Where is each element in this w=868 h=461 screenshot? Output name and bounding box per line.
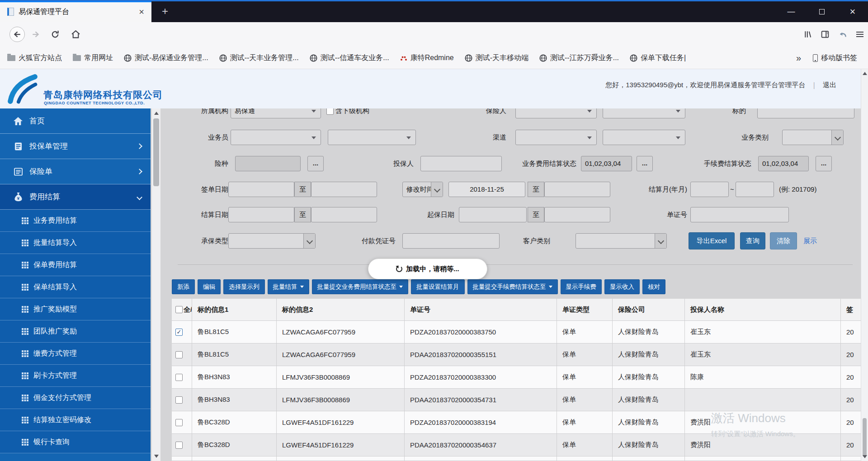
dropdown-chevron-icon[interactable] xyxy=(655,234,666,248)
sidebar-item-payment-method-mgmt[interactable]: 缴费方式管理 xyxy=(0,343,151,365)
settle-date-from-input[interactable] xyxy=(228,207,294,222)
undo-icon[interactable] xyxy=(838,30,847,38)
scroll-down-icon[interactable] xyxy=(154,455,159,458)
biz-type-select[interactable] xyxy=(782,130,844,145)
biz-fee-status-input[interactable]: 01,02,03,04 xyxy=(581,156,632,171)
bookmark-item[interactable]: 测试--江苏万舜业务... xyxy=(539,53,619,63)
modify-time-select[interactable]: 修改时间 xyxy=(402,182,443,197)
menu-icon[interactable] xyxy=(856,32,863,37)
query-button[interactable]: 查询 xyxy=(740,232,765,249)
dropdown-chevron-icon[interactable] xyxy=(831,130,843,145)
fee-status-more-button[interactable]: ... xyxy=(816,156,832,171)
salesman-select-1[interactable] xyxy=(231,130,321,145)
sidebar-item-settlement-password[interactable]: 结算独立密码修改 xyxy=(0,409,151,431)
underwrite-select[interactable] xyxy=(228,233,316,249)
scroll-down-icon[interactable] xyxy=(863,455,867,458)
checkbox-icon[interactable] xyxy=(326,108,334,115)
sidebar-item-business-fee-settlement[interactable]: 业务费用结算 xyxy=(0,210,151,232)
row-checkbox[interactable] xyxy=(175,442,183,449)
show-income-button[interactable]: 显示收入 xyxy=(604,279,640,294)
insurer-select-2[interactable] xyxy=(603,108,685,118)
applicant-input[interactable] xyxy=(420,156,502,171)
content-scrollbar[interactable] xyxy=(151,108,160,461)
row-checkbox[interactable] xyxy=(175,374,183,381)
sidebar-item-proposal-management[interactable]: 投保单管理 xyxy=(0,134,151,159)
bookmark-item[interactable]: 康特Redmine xyxy=(400,53,454,63)
org-select[interactable]: 易保通 xyxy=(231,108,321,118)
fee-status-input[interactable]: 01,02,03,04 xyxy=(758,156,809,171)
reload-icon[interactable] xyxy=(47,27,63,42)
bookmark-item[interactable]: 测试--信通车友业务... xyxy=(310,53,389,63)
expand-link[interactable]: 展示 xyxy=(803,232,817,249)
back-icon[interactable] xyxy=(9,27,25,42)
sidebar-toggle-icon[interactable] xyxy=(821,30,829,38)
bookmark-item[interactable]: 常用网址 xyxy=(73,53,113,63)
table-row[interactable]: ✓ 鲁BL81C5 LZWACAGA6FC077959 PDZA20183702… xyxy=(172,321,861,343)
close-icon[interactable]: × xyxy=(837,1,868,22)
settle-month-to-input[interactable] xyxy=(736,182,774,197)
bookmarks-overflow-chevron-icon[interactable]: » xyxy=(796,53,801,63)
sidebar-item-policy-fee-settlement[interactable]: 保单费用结算 xyxy=(0,254,151,276)
sidebar-item-policy-settlement-import[interactable]: 保单结算导入 xyxy=(0,276,151,298)
channel-select-1[interactable] xyxy=(515,130,597,145)
doc-no-input[interactable] xyxy=(690,207,789,222)
bookmark-item[interactable]: 测试--天丰业务管理... xyxy=(219,53,299,63)
sidebar-item-card-swipe-mgmt[interactable]: 刷卡方式管理 xyxy=(0,365,151,387)
page-scrollbar[interactable] xyxy=(861,69,868,461)
browser-tab[interactable]: 易保通管理平台 × xyxy=(0,1,151,22)
insurer-select-1[interactable] xyxy=(515,108,597,118)
clear-button[interactable]: 清除 xyxy=(770,232,797,249)
dropdown-chevron-icon[interactable] xyxy=(303,234,315,248)
check-button[interactable]: 核对 xyxy=(642,279,665,294)
sign-date-from-input[interactable] xyxy=(228,182,294,197)
library-icon[interactable] xyxy=(804,30,812,38)
row-checkbox[interactable] xyxy=(175,396,183,404)
bookmark-item[interactable]: 测试-天丰移动端 xyxy=(465,53,528,63)
sidebar-item-promo-reward-model[interactable]: 推广奖励模型 xyxy=(0,298,151,320)
forward-icon[interactable] xyxy=(28,27,43,42)
sidebar-item-home[interactable]: 首页 xyxy=(0,108,151,134)
sidebar-item-batch-settlement-import[interactable]: 批量结算导入 xyxy=(0,232,151,254)
table-row[interactable]: 鲁BL81C5 LZWACAGA6FC077959 PDAA2018370200… xyxy=(172,343,861,366)
sidebar-item-fee-settlement[interactable]: ¥ 费用结算 xyxy=(0,184,151,210)
show-fee-button[interactable]: 显示手续费 xyxy=(561,279,602,294)
risk-more-button[interactable]: ... xyxy=(307,156,324,171)
row-checkbox[interactable]: ✓ xyxy=(175,329,183,336)
bookmark-item[interactable]: 火狐官方站点 xyxy=(7,53,62,63)
scrollbar-thumb[interactable] xyxy=(863,418,867,457)
sidebar-item-commission-pay-mgmt[interactable]: 佣金支付方式管理 xyxy=(0,387,151,409)
sidebar-item-policy[interactable]: 保险单 xyxy=(0,159,151,184)
sidebar-item-team-promo-reward[interactable]: 团队推广奖励 xyxy=(0,320,151,343)
batch-settle-dropdown-button[interactable]: 批量结算 xyxy=(268,279,309,294)
settle-date-to-input[interactable] xyxy=(311,207,377,222)
sign-date-to-input[interactable] xyxy=(311,182,377,197)
scrollbar-thumb[interactable] xyxy=(153,118,159,186)
row-checkbox[interactable] xyxy=(175,419,183,426)
bookmark-item[interactable]: 保单下载任务| xyxy=(630,53,686,63)
batch-submit-biz-fee-status-button[interactable]: 批量提交业务费用结算状态至 xyxy=(312,279,409,294)
row-checkbox[interactable] xyxy=(175,351,183,358)
salesman-select-2[interactable] xyxy=(328,130,416,145)
sidebar-item-bank-card-query[interactable]: 银行卡查询 xyxy=(0,431,151,453)
dropdown-chevron-icon[interactable] xyxy=(431,182,443,197)
target-input[interactable] xyxy=(757,108,854,118)
modify-date-to-input[interactable] xyxy=(544,182,610,197)
mobile-bookmarks-item[interactable]: 移动版书签 xyxy=(813,53,857,63)
channel-select-2[interactable] xyxy=(603,130,685,145)
scroll-up-icon[interactable] xyxy=(863,72,867,75)
scroll-up-icon[interactable] xyxy=(154,112,159,115)
maximize-icon[interactable] xyxy=(807,1,837,22)
select-all-checkbox[interactable] xyxy=(175,306,183,313)
table-row[interactable]: 鲁BH3N83 LFMJV36F3B0008869 PDAA2018370200… xyxy=(172,389,861,411)
start-date-from-input[interactable] xyxy=(459,207,527,222)
customer-select[interactable] xyxy=(576,233,667,249)
edit-button[interactable]: 编辑 xyxy=(198,279,221,294)
batch-submit-fee-status-button[interactable]: 批量提交手续费结算状态至 xyxy=(467,279,558,294)
settle-month-from-input[interactable] xyxy=(690,182,729,197)
bookmark-item[interactable]: 测试-易保通业务管理... xyxy=(124,53,208,63)
new-tab-button[interactable]: + xyxy=(157,5,173,19)
tab-close-icon[interactable]: × xyxy=(136,7,147,17)
batch-set-settle-month-button[interactable]: 批量设置结算月 xyxy=(411,279,465,294)
export-excel-button[interactable]: 导出Excel xyxy=(689,232,735,249)
include-sub-checkbox[interactable]: 含下级机构 xyxy=(326,108,369,115)
